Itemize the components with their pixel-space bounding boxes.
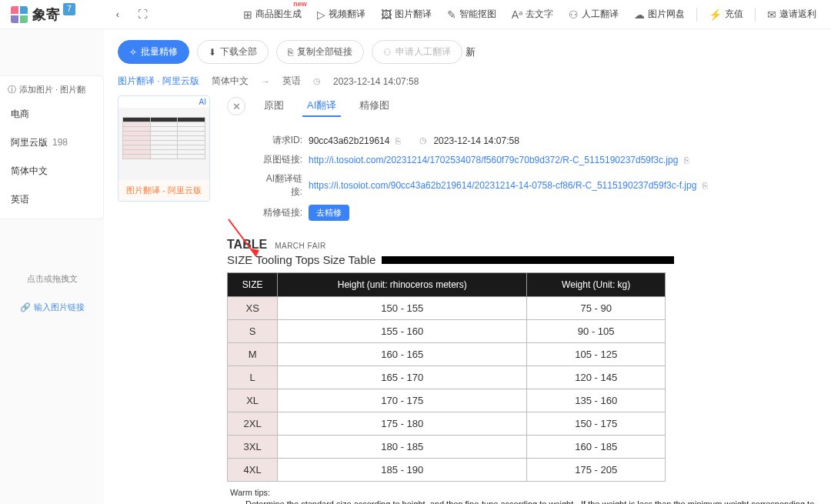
raw-link-label: 原图链接: (255, 153, 302, 166)
thumbnail-preview (118, 108, 209, 180)
top-tab-7[interactable]: ⚡充值 (702, 0, 750, 29)
drop-zone[interactable]: 点击或拖拽文 (0, 265, 104, 292)
thumbnail-card[interactable]: AI 图片翻译 - 阿里云版 (118, 95, 210, 202)
info-icon: ⓘ (8, 84, 16, 95)
copy-icon[interactable]: ⎘ (395, 136, 401, 145)
top-tab-4[interactable]: Aᵃ去文字 (505, 0, 560, 29)
ai-tag: AI (118, 96, 209, 108)
cell-size: XS (228, 297, 278, 320)
person-icon: ⚇ (383, 47, 392, 58)
table-row: 4XL185 - 190175 - 205 (228, 459, 666, 482)
top-tab-1[interactable]: ▷视频翻译 (310, 0, 372, 29)
clock-icon: ◷ (313, 76, 321, 86)
copy-icon: ⎘ (288, 47, 293, 58)
left-item-2[interactable]: 简体中文 (0, 157, 103, 185)
cell-height: 155 - 160 (278, 320, 527, 343)
close-icon[interactable]: ✕ (227, 97, 245, 115)
brand-name: 象寄 (32, 5, 60, 24)
source-info-row: 图片翻译 · 阿里云版 简体中文 → 英语 ◷ 2023-12-14 14:07… (104, 75, 831, 95)
table-row: 3XL180 - 185160 - 185 (228, 436, 666, 459)
req-id-label: 请求ID: (255, 134, 302, 147)
cell-height: 150 - 155 (278, 297, 527, 320)
tab-label: 邀请返利 (779, 8, 816, 21)
detail-tab-row: ✕ 原图 AI翻译 精修图 (227, 95, 817, 123)
tab-label: 去文字 (526, 8, 553, 21)
left-item-1[interactable]: 阿里云版198 (0, 129, 103, 157)
cell-weight: 105 - 125 (527, 343, 666, 366)
warm-tips-title: Warm tips: (230, 488, 270, 497)
new-tag: new (293, 0, 307, 8)
top-tab-6[interactable]: ☁图片网盘 (627, 0, 692, 29)
tab-icon: ⚡ (709, 8, 722, 21)
tab-label: 商品图生成 (255, 8, 302, 21)
detail-col: ✕ 原图 AI翻译 精修图 请求ID: 90cc43a62b219614 ⎘ ◷… (210, 95, 817, 504)
cell-weight: 150 - 175 (527, 412, 666, 436)
left-item-0[interactable]: 电商 (0, 100, 103, 129)
cell-height: 180 - 185 (278, 436, 527, 459)
link-input-hint[interactable]: 🔗输入图片链接 (0, 292, 104, 322)
tab-icon: ⚇ (569, 8, 579, 21)
tab-icon: ⊞ (243, 8, 252, 21)
table-col-header: Weight (Unit: kg) (527, 273, 666, 297)
action-row: ✧批量精修 ⬇下载全部 ⎘复制全部链接 ⚇申请人工翻译 新 (104, 29, 831, 75)
table-row: 2XL175 - 180150 - 175 (228, 412, 666, 436)
tab-refined[interactable]: 精修图 (355, 95, 394, 117)
ai-link-label: AI翻译链接: (255, 172, 302, 199)
clock-icon: ◷ (419, 135, 427, 145)
cell-height: 170 - 175 (278, 389, 527, 412)
batch-refine-button[interactable]: ✧批量精修 (118, 40, 189, 64)
refine-button[interactable]: 去精修 (309, 205, 349, 221)
apply-human-button[interactable]: ⚇申请人工翻译 (372, 40, 462, 64)
tab-raw[interactable]: 原图 (259, 95, 289, 117)
sparkle-icon: ✧ (129, 47, 137, 58)
raw-link[interactable]: http://i.tosoiot.com/20231214/1702534078… (309, 155, 678, 165)
top-tab-0[interactable]: ⊞商品图生成new (236, 0, 309, 29)
top-tab-5[interactable]: ⚇人工翻译 (562, 0, 626, 29)
copy-links-button[interactable]: ⎘复制全部链接 (276, 40, 364, 64)
tab-ai[interactable]: AI翻译 (302, 95, 341, 117)
copy-icon[interactable]: ⎘ (684, 155, 689, 165)
cell-height: 175 - 180 (278, 412, 527, 436)
meta-rows: 请求ID: 90cc43a62b219614 ⎘ ◷ 2023-12-14 14… (227, 123, 817, 224)
top-tab-2[interactable]: 🖼图片翻译 (374, 0, 439, 29)
table-row: XS150 - 15575 - 90 (228, 297, 666, 320)
title-bar (382, 256, 674, 264)
cell-weight: 175 - 205 (527, 459, 666, 482)
service-name: 图片翻译 · 阿里云版 (118, 75, 199, 88)
ai-link[interactable]: https://i.tosoiot.com/90cc43a62b219614/2… (309, 180, 696, 191)
from-lang: 简体中文 (212, 75, 249, 88)
tab-icon: ✉ (767, 8, 776, 21)
cell-height: 165 - 170 (278, 366, 527, 389)
top-tab-8[interactable]: ✉邀请返利 (760, 0, 823, 29)
req-id-value: 90cc43a62b219614 (309, 135, 389, 146)
req-time: 2023-12-14 14:07:58 (433, 135, 519, 146)
table-row: S155 - 16090 - 105 (228, 320, 666, 343)
copy-icon[interactable]: ⎘ (703, 181, 708, 190)
top-tabs: ⊞商品图生成new▷视频翻译🖼图片翻译✎智能抠图Aᵃ去文字⚇人工翻译☁图片网盘⚡… (236, 0, 831, 29)
nav-icons: ‹ ⛶ (102, 6, 159, 23)
panel-title: ⓘ添加图片 · 图片翻 (0, 81, 103, 100)
to-lang: 英语 (282, 75, 301, 88)
top-tab-3[interactable]: ✎智能抠图 (440, 0, 503, 29)
left-item-3[interactable]: 英语 (0, 185, 103, 214)
cell-weight: 75 - 90 (527, 297, 666, 320)
tab-label: 充值 (725, 8, 743, 21)
tab-icon: ✎ (447, 8, 456, 21)
tab-icon: 🖼 (381, 8, 392, 21)
brand[interactable]: 象寄 7 (0, 5, 86, 24)
cell-weight: 135 - 160 (527, 389, 666, 412)
table-col-header: SIZE (228, 273, 278, 297)
tab-label: 图片翻译 (395, 8, 432, 21)
back-icon[interactable]: ‹ (109, 6, 126, 23)
cell-size: XL (228, 389, 278, 412)
cell-size: 4XL (228, 459, 278, 482)
top-header: 象寄 7 ‹ ⛶ ⊞商品图生成new▷视频翻译🖼图片翻译✎智能抠图Aᵃ去文字⚇人… (0, 0, 831, 29)
cell-size: S (228, 320, 278, 343)
table-title: TABLE (227, 238, 267, 252)
thumbnail-label: 图片翻译 - 阿里云版 (118, 180, 209, 201)
fullscreen-icon[interactable]: ⛶ (134, 6, 151, 23)
table-row: M160 - 165105 - 125 (228, 343, 666, 366)
main-area: ✧批量精修 ⬇下载全部 ⎘复制全部链接 ⚇申请人工翻译 新 图片翻译 · 阿里云… (104, 29, 831, 504)
link-icon: 🔗 (20, 302, 31, 312)
download-all-button[interactable]: ⬇下载全部 (197, 40, 269, 64)
